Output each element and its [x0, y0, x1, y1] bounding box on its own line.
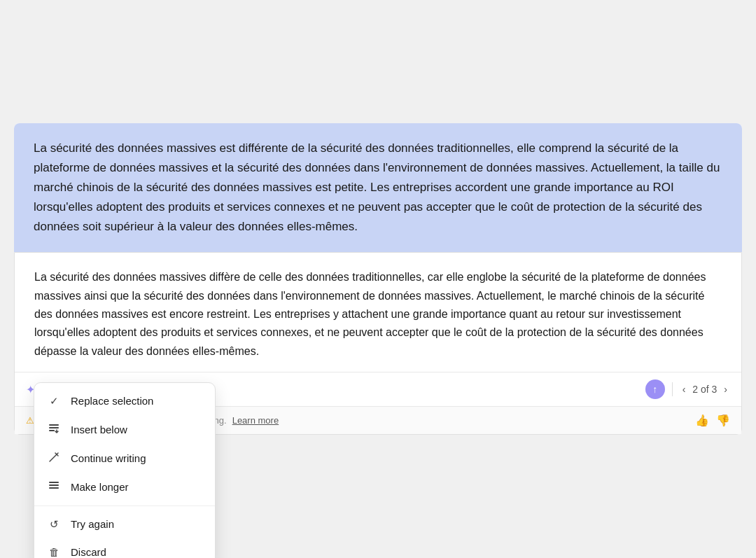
try-again-label: Try again [71, 518, 114, 530]
svg-rect-4 [49, 482, 59, 483]
thumbs-up-button[interactable]: 👍 [695, 414, 709, 427]
menu-section-2: ↺ Try again 🗑 Discard [34, 505, 215, 558]
menu-section-1: ✓ Replace selection Insert below [34, 383, 215, 505]
learn-more-link[interactable]: Learn more [232, 415, 279, 426]
continue-writing-label: Continue writing [71, 452, 146, 464]
svg-line-3 [50, 454, 57, 461]
ai-response-text: La sécurité des données massives diffère… [15, 253, 741, 372]
send-button[interactable]: ↑ [645, 379, 665, 399]
menu-item-discard[interactable]: 🗑 Discard [34, 538, 215, 558]
nav-controls: ‹ 2 of 3 › [680, 382, 730, 396]
feedback-icons: 👍 👎 [695, 414, 730, 427]
prev-response-button[interactable]: ‹ [680, 382, 689, 396]
replace-selection-label: Replace selection [71, 395, 153, 407]
ai-input-actions: ↑ ‹ 2 of 3 › [645, 379, 730, 399]
make-longer-icon [47, 480, 61, 494]
continue-writing-icon [47, 452, 61, 465]
svg-rect-1 [49, 427, 59, 428]
menu-item-replace-selection[interactable]: ✓ Replace selection [34, 387, 215, 415]
discard-icon: 🗑 [47, 546, 61, 558]
dropdown-menu: ✓ Replace selection Insert below [34, 382, 216, 558]
menu-item-insert-below[interactable]: Insert below [34, 415, 215, 444]
svg-rect-6 [49, 487, 59, 489]
svg-rect-0 [49, 424, 59, 426]
send-arrow-icon: ↑ [652, 384, 657, 394]
discard-label: Discard [71, 546, 106, 558]
response-counter: 2 of 3 [692, 384, 717, 395]
divider [672, 382, 673, 396]
svg-rect-2 [49, 430, 55, 431]
selected-text: La sécurité des données massives est dif… [34, 141, 720, 233]
next-response-button[interactable]: › [721, 382, 730, 396]
selected-text-block: La sécurité des données massives est dif… [14, 123, 742, 252]
try-again-icon: ↺ [47, 518, 61, 531]
main-container: La sécurité des données massives est dif… [14, 123, 742, 435]
insert-below-label: Insert below [71, 424, 127, 435]
checkmark-icon: ✓ [47, 395, 61, 407]
menu-item-try-again[interactable]: ↺ Try again [34, 510, 215, 538]
make-longer-label: Make longer [71, 481, 129, 493]
insert-below-icon [47, 423, 61, 436]
menu-item-make-longer[interactable]: Make longer [34, 473, 215, 501]
menu-item-continue-writing[interactable]: Continue writing [34, 444, 215, 473]
svg-rect-5 [49, 484, 59, 486]
thumbs-down-button[interactable]: 👎 [716, 414, 730, 427]
